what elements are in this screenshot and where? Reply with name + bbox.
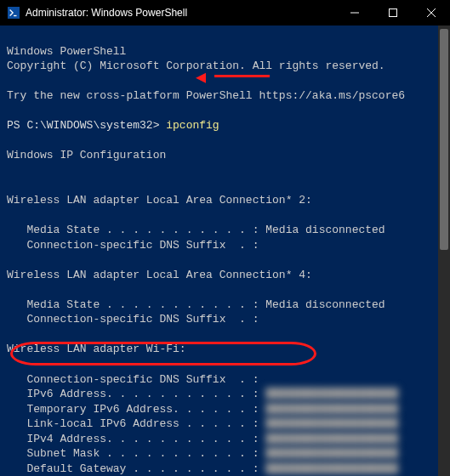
close-button[interactable] (412, 0, 450, 26)
scrollbar-track[interactable] (438, 26, 450, 476)
powershell-icon (7, 6, 20, 20)
ipv4-value-blurred: ████████████████████ (265, 433, 398, 445)
typed-command: ipconfig (166, 119, 219, 132)
adapter-2-line-5: Subnet Mask . . . . . . . . . . . : (7, 447, 265, 460)
adapter-2-title: Wireless LAN adapter Wi-Fi: (7, 343, 186, 355)
adapter-1-line-1: Connection-specific DNS Suffix . : (7, 313, 259, 326)
adapter-2-line-4: IPv4 Address. . . . . . . . . . . : (7, 433, 265, 445)
ipv6-value-blurred: ████████████████████ (265, 388, 398, 400)
adapter-2-line-6: Default Gateway . . . . . . . . . : (7, 462, 265, 475)
minimize-button[interactable] (335, 0, 373, 26)
temp-ipv6-value-blurred: ████████████████████ (265, 403, 398, 416)
window-title: Administrator: Windows PowerShell (26, 7, 335, 19)
ps-header2: Copyright (C) Microsoft Corporation. All… (7, 60, 385, 72)
terminal-output[interactable]: Windows PowerShell Copyright (C) Microso… (0, 26, 450, 476)
adapter-2-line-1: IPv6 Address. . . . . . . . . . . : (7, 388, 265, 400)
powershell-window: Administrator: Windows PowerShell Window… (0, 0, 450, 476)
gateway-value-blurred: ████████████████████ (265, 462, 398, 475)
window-controls (335, 0, 450, 26)
ipconfig-title: Windows IP Configuration (7, 149, 166, 162)
adapter-0-line-0: Media State . . . . . . . . . . . : Medi… (7, 224, 385, 236)
adapter-0-title: Wireless LAN adapter Local Area Connecti… (7, 194, 312, 207)
adapter-2-line-3: Link-local IPv6 Address . . . . . : (7, 417, 265, 430)
scrollbar-thumb[interactable] (440, 29, 448, 250)
adapter-2-line-0: Connection-specific DNS Suffix . : (7, 373, 259, 386)
adapter-2-line-2: Temporary IPv6 Address. . . . . . : (7, 403, 265, 416)
ps-tryline: Try the new cross-platform PowerShell ht… (7, 89, 405, 102)
titlebar[interactable]: Administrator: Windows PowerShell (0, 0, 450, 26)
adapter-0-line-1: Connection-specific DNS Suffix . : (7, 239, 259, 252)
maximize-button[interactable] (373, 0, 412, 26)
linklocal-value-blurred: ████████████████████ (265, 417, 398, 430)
ps-header1: Windows PowerShell (7, 45, 126, 58)
svg-rect-3 (389, 9, 396, 17)
adapter-1-title: Wireless LAN adapter Local Area Connecti… (7, 269, 312, 281)
subnet-value-blurred: ████████████████████ (265, 447, 398, 460)
adapter-1-line-0: Media State . . . . . . . . . . . : Medi… (7, 298, 385, 311)
prompt-1: PS C:\WINDOWS\system32> (7, 119, 166, 132)
